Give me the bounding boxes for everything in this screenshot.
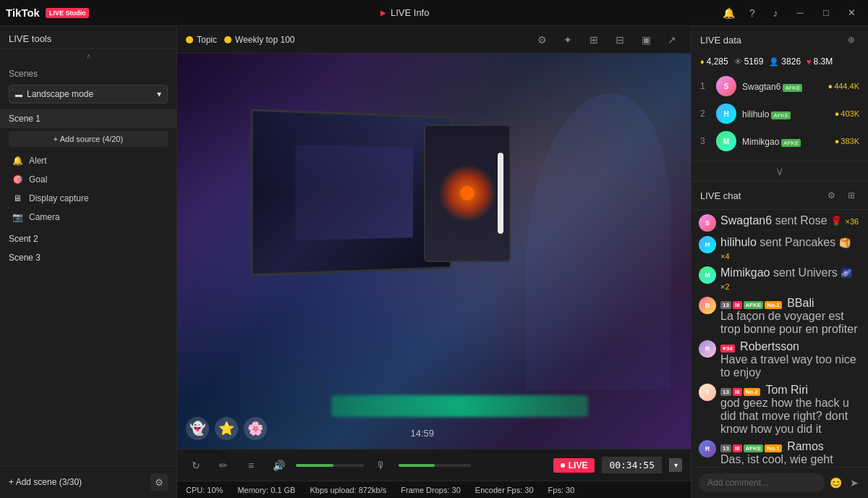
crop-tool-icon[interactable]: ⊞ [584,30,604,50]
scene-2-item[interactable]: Scent 2 [0,229,176,248]
live-tools-title: LIVE tools [9,33,168,44]
settings-tool-icon[interactable]: ⚙ [532,30,552,50]
chat-msg-ramos: R 13 III AFKE No.1 Ramos Das, ist cool, … [699,440,861,467]
refresh-icon[interactable]: ↻ [186,455,206,476]
live-dot [561,463,565,468]
pc-tower [424,124,511,262]
layout-tool-icon[interactable]: ⊟ [610,30,630,50]
camera-icon: 📷 [12,211,23,223]
monitor [250,109,451,276]
heart-icon: ♥ [807,57,812,66]
fan-glow [438,164,496,222]
timer-arrow-button[interactable]: ▾ [669,458,682,472]
edit-icon[interactable]: ✏ [213,455,234,476]
chat-msg-body-swagtan: Swagtan6 sent Rose 🌹 ×36 [720,214,861,227]
mic-area [399,464,471,467]
notification-icon[interactable]: 🔔 [720,4,738,22]
scene-1-item[interactable]: Scene 1 [0,109,176,128]
share-tool-icon[interactable]: ↗ [662,30,682,50]
person-silhouette [526,93,671,390]
monitor-tool-icon[interactable]: ▣ [636,30,656,50]
live-label: LIVE [569,460,588,470]
sliders-icon[interactable]: ≡ [241,455,261,476]
volume-slider[interactable] [296,464,364,467]
leader-1-coins: ●444.4K [827,82,859,90]
memory-status: Memory: 0.1 GB [237,486,295,494]
add-source-button[interactable]: + Add source (4/20) [9,131,168,147]
live-info-label: LIVE Info [391,7,429,18]
leader-1: 1 S Swagtan6AFKE ●444.4K [700,72,859,100]
cpu-status: CPU: 10% [186,486,223,494]
leader-2-coins: ●403K [835,109,859,118]
close-button[interactable]: ✕ [842,3,862,23]
live-studio-badge: LIVE Studio [46,8,90,18]
chat-msg-body-mimikgao-gift: Mimikgao sent Univers 🌌 ×2 [720,266,861,292]
fan-center [460,186,475,201]
app-logo: TikTok [6,7,40,19]
live-badge: LIVE [553,458,595,473]
chat-msg-body-tomriri: 13 III No.2 Tom Riri god geez how the ha… [720,384,861,436]
chat-comment-input[interactable] [699,473,825,492]
scene-dropdown[interactable]: ▬ Landscape mode ▾ [9,85,168,104]
sidebar-header: LIVE tools [0,26,176,49]
live-data-settings-icon[interactable]: ⊕ [843,32,859,48]
sidebar-collapse-btn[interactable]: ∧ [0,49,176,63]
add-scene-button[interactable]: + Add scene (3/30) [9,477,82,487]
display-icon: 🖥 [12,193,23,204]
sticker-2: ⭐ [215,417,238,440]
source-display[interactable]: 🖥 Display capture [9,189,168,208]
user-stat: 👤 3826 [769,56,801,67]
chat-header-icons: ⚙ ⊞ [823,187,859,203]
leader-1-avatar: S [716,76,736,96]
leaderboard-expand-btn[interactable]: ∨ [692,161,868,181]
chat-msg-body-bbali: 13 III AFKE No.1 BBali La façon de voyag… [720,297,861,336]
right-panel: LIVE data ⊕ ♦ 4,285 👁 5169 👤 3826 ♥ [691,26,868,498]
mic-icon[interactable]: 🎙 [371,455,391,476]
rgb-strip [498,153,503,234]
weekly-tag: Weekly top 100 [224,35,295,45]
scenes-section: Scenes ▬ Landscape mode ▾ [0,69,176,109]
bottom-controls: ↻ ✏ ≡ 🔊 🎙 LIVE 00:34:55 ▾ [177,449,691,481]
live-info-button[interactable]: ▶ LIVE Info [380,7,429,18]
volume-icon[interactable]: 🔊 [268,455,289,476]
tiktok-icon[interactable]: ♪ [767,4,784,22]
encoder-fps-status: Encoder Fps: 30 [475,486,534,494]
chat-msg-tomriri: T 13 III No.2 Tom Riri god geez how the … [699,384,861,436]
maximize-button[interactable]: □ [816,3,836,23]
source-goal[interactable]: 🎯 Goal [9,170,168,189]
weekly-dot [224,36,231,43]
hearts-count: 8.3M [814,56,833,67]
left-sidebar: LIVE tools ∧ Scenes ▬ Landscape mode ▾ S… [0,26,177,498]
user-icon: 👤 [769,57,779,67]
keyboard-glow [331,395,588,417]
source-camera[interactable]: 📷 Camera [9,208,168,227]
dropdown-arrow-icon: ▾ [157,89,161,99]
leader-2: 2 H hilihuloAFKE ●403K [700,100,859,127]
sparkle-tool-icon[interactable]: ✦ [558,30,578,50]
heart-stat: ♥ 8.3M [807,56,833,67]
mic-slider[interactable] [399,464,471,467]
top-bar-tools: ⚙ ✦ ⊞ ⊟ ▣ ↗ [532,30,682,50]
chat-avatar-ramos: R [699,440,716,457]
leader-3-avatar: M [716,131,736,151]
stats-row: ♦ 4,285 👁 5169 👤 3826 ♥ 8.3M [692,54,868,72]
sidebar-footer: + Add scene (3/30) ⚙ [0,465,176,498]
scene-settings-button[interactable]: ⚙ [150,473,168,491]
monitor-screen [252,111,449,274]
scene-3-item[interactable]: Scene 3 [0,248,176,267]
live-chat-section: LIVE chat ⚙ ⊞ S Swagtan6 sent Rose 🌹 ×36 [692,182,868,498]
help-icon[interactable]: ? [744,4,761,22]
sticker-1: 👻 [186,417,209,440]
scene-sources: + Add source (4/20) 🔔 Alert 🎯 Goal 🖥 Dis… [0,128,176,229]
source-alert[interactable]: 🔔 Alert [9,151,168,170]
top-bar: Topic Weekly top 100 ⚙ ✦ ⊞ ⊟ ▣ ↗ [177,26,691,54]
frame-drops-status: Frame Drops: 30 [401,486,461,494]
title-bar-right: 🔔 ? ♪ ─ □ ✕ [720,3,862,23]
chat-send-icon[interactable]: ➤ [847,474,861,491]
chat-avatar-tomriri: T [699,384,716,401]
minimize-button[interactable]: ─ [790,3,810,23]
chat-filter-icon[interactable]: ⊞ [843,187,859,203]
chat-settings-icon[interactable]: ⚙ [823,187,839,203]
eye-icon: 👁 [734,57,742,66]
emoji-picker-icon[interactable]: 😊 [829,474,843,491]
